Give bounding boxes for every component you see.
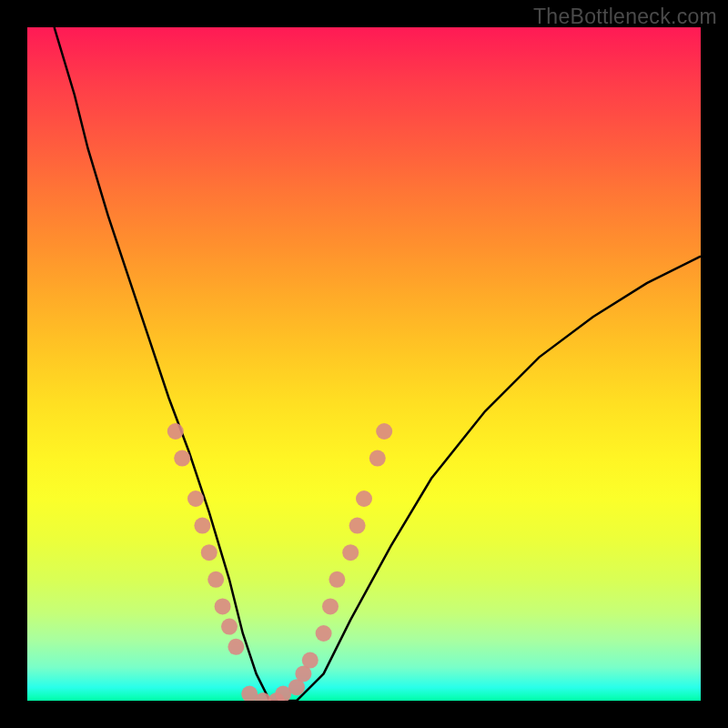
data-marker [167,423,184,440]
data-marker [302,652,318,669]
data-marker [349,518,366,534]
data-marker [342,544,359,561]
bottleneck-curve-path [55,27,701,701]
data-marker [316,625,332,642]
curve-layer [55,27,701,701]
data-marker [329,571,345,588]
data-marker [201,544,217,561]
plot-area [27,27,701,701]
chart-svg [27,27,701,701]
data-marker [215,598,231,614]
data-marker [356,490,372,507]
data-marker [369,450,386,467]
data-marker [187,490,204,507]
data-marker [376,423,392,440]
data-marker [322,598,339,614]
data-marker [228,639,244,655]
data-marker [194,518,210,534]
data-marker [207,571,224,588]
marker-layer [167,423,392,701]
watermark-text: TheBottleneck.com [533,5,717,29]
data-marker [174,450,190,467]
data-marker [221,619,238,635]
